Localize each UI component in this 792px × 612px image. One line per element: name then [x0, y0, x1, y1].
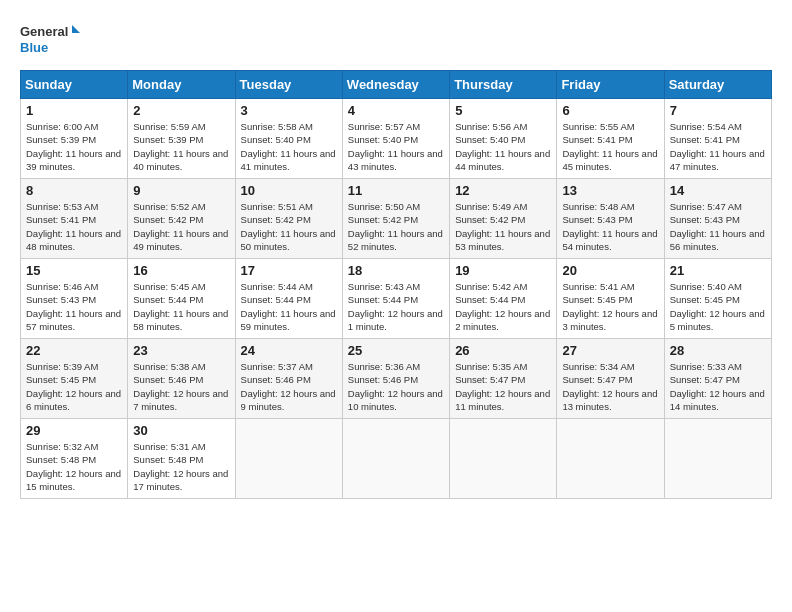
day-number: 30	[133, 423, 229, 438]
day-info: Sunrise: 6:00 AMSunset: 5:39 PMDaylight:…	[26, 120, 122, 173]
calendar-day-cell	[450, 419, 557, 499]
day-info: Sunrise: 5:45 AMSunset: 5:44 PMDaylight:…	[133, 280, 229, 333]
day-number: 14	[670, 183, 766, 198]
calendar-day-cell: 5Sunrise: 5:56 AMSunset: 5:40 PMDaylight…	[450, 99, 557, 179]
weekday-header-cell: Tuesday	[235, 71, 342, 99]
calendar-day-cell: 25Sunrise: 5:36 AMSunset: 5:46 PMDayligh…	[342, 339, 449, 419]
calendar-day-cell	[342, 419, 449, 499]
day-info: Sunrise: 5:44 AMSunset: 5:44 PMDaylight:…	[241, 280, 337, 333]
calendar-day-cell: 2Sunrise: 5:59 AMSunset: 5:39 PMDaylight…	[128, 99, 235, 179]
day-number: 17	[241, 263, 337, 278]
day-info: Sunrise: 5:39 AMSunset: 5:45 PMDaylight:…	[26, 360, 122, 413]
weekday-header-cell: Monday	[128, 71, 235, 99]
calendar-day-cell: 30Sunrise: 5:31 AMSunset: 5:48 PMDayligh…	[128, 419, 235, 499]
day-number: 6	[562, 103, 658, 118]
calendar-day-cell	[557, 419, 664, 499]
day-info: Sunrise: 5:52 AMSunset: 5:42 PMDaylight:…	[133, 200, 229, 253]
calendar-day-cell: 16Sunrise: 5:45 AMSunset: 5:44 PMDayligh…	[128, 259, 235, 339]
day-number: 7	[670, 103, 766, 118]
weekday-header-cell: Thursday	[450, 71, 557, 99]
day-info: Sunrise: 5:43 AMSunset: 5:44 PMDaylight:…	[348, 280, 444, 333]
day-info: Sunrise: 5:53 AMSunset: 5:41 PMDaylight:…	[26, 200, 122, 253]
day-number: 2	[133, 103, 229, 118]
calendar-day-cell	[664, 419, 771, 499]
calendar-day-cell	[235, 419, 342, 499]
day-info: Sunrise: 5:33 AMSunset: 5:47 PMDaylight:…	[670, 360, 766, 413]
day-number: 4	[348, 103, 444, 118]
day-number: 15	[26, 263, 122, 278]
calendar-day-cell: 24Sunrise: 5:37 AMSunset: 5:46 PMDayligh…	[235, 339, 342, 419]
day-number: 3	[241, 103, 337, 118]
calendar-day-cell: 3Sunrise: 5:58 AMSunset: 5:40 PMDaylight…	[235, 99, 342, 179]
calendar-day-cell: 19Sunrise: 5:42 AMSunset: 5:44 PMDayligh…	[450, 259, 557, 339]
day-info: Sunrise: 5:31 AMSunset: 5:48 PMDaylight:…	[133, 440, 229, 493]
calendar-week-row: 22Sunrise: 5:39 AMSunset: 5:45 PMDayligh…	[21, 339, 772, 419]
calendar-day-cell: 20Sunrise: 5:41 AMSunset: 5:45 PMDayligh…	[557, 259, 664, 339]
logo-svg: General Blue	[20, 20, 80, 60]
day-info: Sunrise: 5:59 AMSunset: 5:39 PMDaylight:…	[133, 120, 229, 173]
calendar-day-cell: 12Sunrise: 5:49 AMSunset: 5:42 PMDayligh…	[450, 179, 557, 259]
calendar-day-cell: 8Sunrise: 5:53 AMSunset: 5:41 PMDaylight…	[21, 179, 128, 259]
day-number: 18	[348, 263, 444, 278]
calendar-body: 1Sunrise: 6:00 AMSunset: 5:39 PMDaylight…	[21, 99, 772, 499]
calendar-day-cell: 27Sunrise: 5:34 AMSunset: 5:47 PMDayligh…	[557, 339, 664, 419]
calendar-day-cell: 13Sunrise: 5:48 AMSunset: 5:43 PMDayligh…	[557, 179, 664, 259]
weekday-header-cell: Sunday	[21, 71, 128, 99]
calendar-day-cell: 26Sunrise: 5:35 AMSunset: 5:47 PMDayligh…	[450, 339, 557, 419]
day-number: 1	[26, 103, 122, 118]
logo: General Blue	[20, 20, 80, 60]
calendar-day-cell: 7Sunrise: 5:54 AMSunset: 5:41 PMDaylight…	[664, 99, 771, 179]
day-info: Sunrise: 5:38 AMSunset: 5:46 PMDaylight:…	[133, 360, 229, 413]
day-number: 12	[455, 183, 551, 198]
day-info: Sunrise: 5:56 AMSunset: 5:40 PMDaylight:…	[455, 120, 551, 173]
calendar-week-row: 29Sunrise: 5:32 AMSunset: 5:48 PMDayligh…	[21, 419, 772, 499]
day-number: 29	[26, 423, 122, 438]
calendar-day-cell: 17Sunrise: 5:44 AMSunset: 5:44 PMDayligh…	[235, 259, 342, 339]
day-info: Sunrise: 5:36 AMSunset: 5:46 PMDaylight:…	[348, 360, 444, 413]
day-number: 16	[133, 263, 229, 278]
day-number: 25	[348, 343, 444, 358]
day-info: Sunrise: 5:40 AMSunset: 5:45 PMDaylight:…	[670, 280, 766, 333]
day-number: 27	[562, 343, 658, 358]
calendar-day-cell: 9Sunrise: 5:52 AMSunset: 5:42 PMDaylight…	[128, 179, 235, 259]
day-info: Sunrise: 5:55 AMSunset: 5:41 PMDaylight:…	[562, 120, 658, 173]
day-info: Sunrise: 5:32 AMSunset: 5:48 PMDaylight:…	[26, 440, 122, 493]
day-info: Sunrise: 5:34 AMSunset: 5:47 PMDaylight:…	[562, 360, 658, 413]
day-info: Sunrise: 5:49 AMSunset: 5:42 PMDaylight:…	[455, 200, 551, 253]
day-number: 10	[241, 183, 337, 198]
day-number: 13	[562, 183, 658, 198]
calendar-day-cell: 23Sunrise: 5:38 AMSunset: 5:46 PMDayligh…	[128, 339, 235, 419]
day-info: Sunrise: 5:46 AMSunset: 5:43 PMDaylight:…	[26, 280, 122, 333]
day-info: Sunrise: 5:58 AMSunset: 5:40 PMDaylight:…	[241, 120, 337, 173]
calendar-day-cell: 6Sunrise: 5:55 AMSunset: 5:41 PMDaylight…	[557, 99, 664, 179]
calendar-day-cell: 22Sunrise: 5:39 AMSunset: 5:45 PMDayligh…	[21, 339, 128, 419]
calendar-day-cell: 18Sunrise: 5:43 AMSunset: 5:44 PMDayligh…	[342, 259, 449, 339]
day-info: Sunrise: 5:50 AMSunset: 5:42 PMDaylight:…	[348, 200, 444, 253]
svg-text:Blue: Blue	[20, 40, 48, 55]
weekday-header-cell: Friday	[557, 71, 664, 99]
day-info: Sunrise: 5:37 AMSunset: 5:46 PMDaylight:…	[241, 360, 337, 413]
calendar-week-row: 8Sunrise: 5:53 AMSunset: 5:41 PMDaylight…	[21, 179, 772, 259]
day-info: Sunrise: 5:42 AMSunset: 5:44 PMDaylight:…	[455, 280, 551, 333]
day-number: 28	[670, 343, 766, 358]
day-number: 20	[562, 263, 658, 278]
day-number: 21	[670, 263, 766, 278]
day-number: 19	[455, 263, 551, 278]
day-number: 5	[455, 103, 551, 118]
weekday-header-cell: Wednesday	[342, 71, 449, 99]
day-info: Sunrise: 5:57 AMSunset: 5:40 PMDaylight:…	[348, 120, 444, 173]
calendar-day-cell: 14Sunrise: 5:47 AMSunset: 5:43 PMDayligh…	[664, 179, 771, 259]
day-number: 11	[348, 183, 444, 198]
svg-marker-2	[72, 25, 80, 33]
day-number: 26	[455, 343, 551, 358]
calendar-day-cell: 21Sunrise: 5:40 AMSunset: 5:45 PMDayligh…	[664, 259, 771, 339]
day-number: 24	[241, 343, 337, 358]
calendar-day-cell: 1Sunrise: 6:00 AMSunset: 5:39 PMDaylight…	[21, 99, 128, 179]
day-info: Sunrise: 5:51 AMSunset: 5:42 PMDaylight:…	[241, 200, 337, 253]
day-info: Sunrise: 5:48 AMSunset: 5:43 PMDaylight:…	[562, 200, 658, 253]
calendar-week-row: 1Sunrise: 6:00 AMSunset: 5:39 PMDaylight…	[21, 99, 772, 179]
calendar-day-cell: 15Sunrise: 5:46 AMSunset: 5:43 PMDayligh…	[21, 259, 128, 339]
calendar-day-cell: 11Sunrise: 5:50 AMSunset: 5:42 PMDayligh…	[342, 179, 449, 259]
calendar-day-cell: 4Sunrise: 5:57 AMSunset: 5:40 PMDaylight…	[342, 99, 449, 179]
calendar-day-cell: 28Sunrise: 5:33 AMSunset: 5:47 PMDayligh…	[664, 339, 771, 419]
